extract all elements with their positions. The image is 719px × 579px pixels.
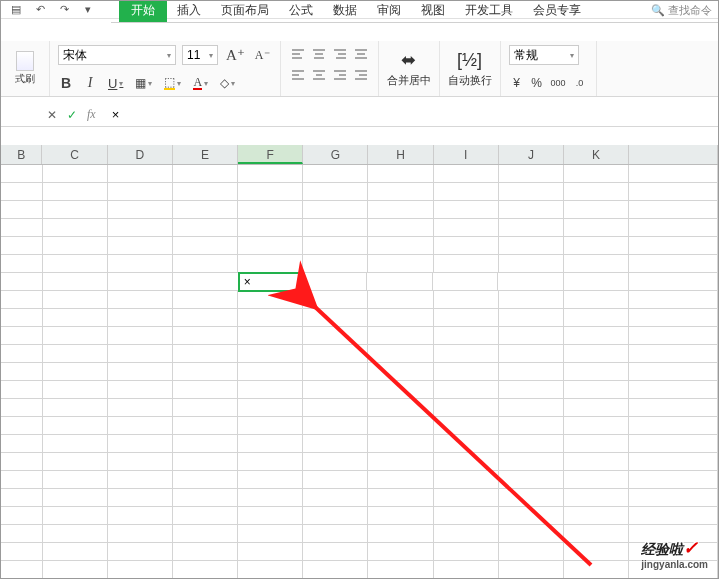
- cell[interactable]: [629, 489, 718, 507]
- cell[interactable]: [564, 417, 629, 435]
- cell[interactable]: [303, 183, 368, 201]
- cell[interactable]: [108, 273, 173, 291]
- cell[interactable]: [629, 471, 718, 489]
- percent-button[interactable]: %: [529, 74, 545, 92]
- cell[interactable]: [43, 327, 108, 345]
- cell[interactable]: [108, 237, 173, 255]
- col-header-G[interactable]: G: [303, 145, 368, 164]
- tab-会员专享[interactable]: 会员专享: [523, 0, 591, 22]
- tab-插入[interactable]: 插入: [167, 0, 211, 22]
- cell[interactable]: [303, 201, 368, 219]
- undo-icon[interactable]: ↶: [33, 3, 47, 17]
- cell[interactable]: [238, 417, 303, 435]
- cell[interactable]: [499, 507, 564, 525]
- cell[interactable]: [499, 525, 564, 543]
- cell[interactable]: [1, 183, 43, 201]
- cell[interactable]: [1, 363, 43, 381]
- cell[interactable]: [108, 219, 173, 237]
- cell[interactable]: [629, 291, 718, 309]
- cell[interactable]: [108, 291, 173, 309]
- save-icon[interactable]: ▤: [9, 3, 23, 17]
- cell[interactable]: [629, 381, 718, 399]
- cell[interactable]: [173, 561, 238, 579]
- tab-页面布局[interactable]: 页面布局: [211, 0, 279, 22]
- cell[interactable]: [629, 183, 718, 201]
- cell[interactable]: [43, 363, 108, 381]
- cell[interactable]: [238, 399, 303, 417]
- cell[interactable]: [368, 165, 433, 183]
- cell[interactable]: [564, 489, 629, 507]
- cell[interactable]: [368, 471, 433, 489]
- cell[interactable]: [1, 309, 43, 327]
- cell[interactable]: [238, 165, 303, 183]
- cell[interactable]: [368, 525, 433, 543]
- cell[interactable]: [499, 489, 564, 507]
- cell[interactable]: [629, 453, 718, 471]
- cell[interactable]: [434, 183, 499, 201]
- cell[interactable]: [238, 327, 303, 345]
- cell[interactable]: [564, 345, 629, 363]
- tab-开发工具[interactable]: 开发工具: [455, 0, 523, 22]
- cell[interactable]: [1, 453, 43, 471]
- cell[interactable]: [434, 237, 499, 255]
- cell[interactable]: [173, 453, 238, 471]
- cell[interactable]: [108, 453, 173, 471]
- cell[interactable]: [43, 489, 108, 507]
- cell[interactable]: [368, 399, 433, 417]
- cell-grid[interactable]: ×: [1, 165, 718, 579]
- cell[interactable]: [303, 489, 368, 507]
- cell[interactable]: [173, 525, 238, 543]
- cell[interactable]: [1, 471, 43, 489]
- cell[interactable]: [1, 525, 43, 543]
- cell[interactable]: [629, 417, 718, 435]
- cell[interactable]: [43, 435, 108, 453]
- font-name-select[interactable]: 宋体: [58, 45, 176, 65]
- col-header-E[interactable]: E: [173, 145, 238, 164]
- cell[interactable]: [108, 345, 173, 363]
- merge-center-button[interactable]: ⬌ 合并居中: [387, 49, 431, 88]
- cell[interactable]: [1, 219, 43, 237]
- cell[interactable]: [368, 453, 433, 471]
- cell[interactable]: [629, 165, 718, 183]
- cell[interactable]: [173, 327, 238, 345]
- col-header-C[interactable]: C: [42, 145, 107, 164]
- cell[interactable]: [499, 183, 564, 201]
- cell[interactable]: [564, 399, 629, 417]
- cell[interactable]: [43, 183, 108, 201]
- cell[interactable]: [368, 291, 433, 309]
- cell[interactable]: [499, 435, 564, 453]
- cell[interactable]: [108, 183, 173, 201]
- cell[interactable]: [303, 471, 368, 489]
- cell[interactable]: [368, 219, 433, 237]
- cell[interactable]: [1, 201, 43, 219]
- cell[interactable]: [564, 309, 629, 327]
- cell[interactable]: [499, 309, 564, 327]
- cell[interactable]: [1, 543, 43, 561]
- name-box[interactable]: [1, 104, 39, 126]
- cell[interactable]: [1, 435, 43, 453]
- cell[interactable]: [238, 489, 303, 507]
- cell[interactable]: [303, 453, 368, 471]
- cell[interactable]: [368, 543, 433, 561]
- cell[interactable]: [1, 327, 43, 345]
- cell[interactable]: [368, 345, 433, 363]
- cell[interactable]: [43, 291, 108, 309]
- cell[interactable]: [564, 525, 629, 543]
- cell[interactable]: [564, 291, 629, 309]
- cell[interactable]: [499, 219, 564, 237]
- cell[interactable]: [108, 255, 173, 273]
- tab-开始[interactable]: 开始: [119, 0, 167, 22]
- cell[interactable]: [43, 201, 108, 219]
- cell[interactable]: [498, 273, 563, 291]
- cell[interactable]: [238, 201, 303, 219]
- cell[interactable]: [303, 345, 368, 363]
- cell[interactable]: [108, 435, 173, 453]
- cell[interactable]: [173, 165, 238, 183]
- cell[interactable]: [43, 309, 108, 327]
- cell[interactable]: [434, 489, 499, 507]
- cell[interactable]: [564, 273, 629, 291]
- cell[interactable]: [303, 309, 368, 327]
- cell[interactable]: [1, 399, 43, 417]
- align-top-right-icon[interactable]: [331, 45, 349, 63]
- cell[interactable]: [629, 507, 718, 525]
